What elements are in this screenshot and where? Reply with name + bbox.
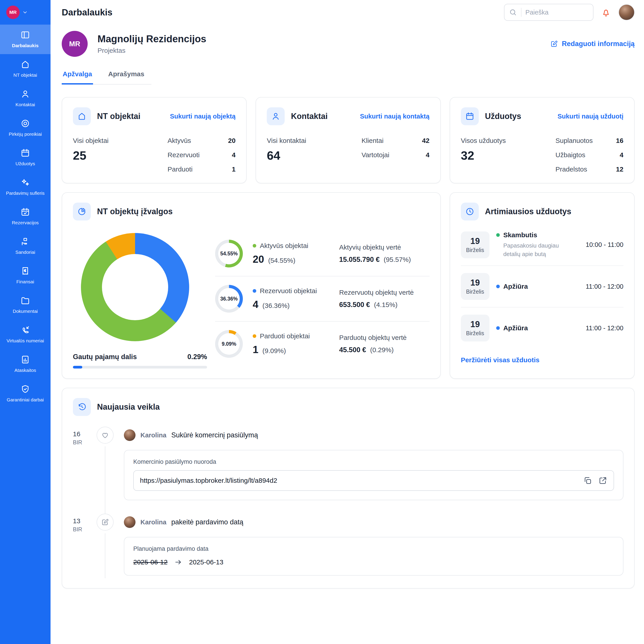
arrow-right-icon xyxy=(174,558,182,566)
insight-row-reserved: 36.36% Rezervuoti objektai 4 (36.36%) xyxy=(215,276,430,321)
sidebar-item-ataskaitos[interactable]: Ataskaitos xyxy=(0,349,51,379)
sparkles-icon xyxy=(20,178,30,187)
stat-card-kontaktai: Kontaktai Sukurti naują kontaktą Visi ko… xyxy=(256,97,441,183)
activity-title: Naujausia veikla xyxy=(97,402,160,412)
edit-icon xyxy=(550,40,558,48)
main-content: MR Magnolijų Rezidencijos Projektas Reda… xyxy=(51,25,644,614)
sidebar-item-garantiniai-darbai[interactable]: Garantiniai darbai xyxy=(0,379,51,408)
sidebar-item-pardavimu-sufleris[interactable]: Pardavimų sufleris xyxy=(0,172,51,202)
timeline-connector xyxy=(105,533,105,578)
stat-card-nt-objektai: NT objektai Sukurti naują objektą Visi o… xyxy=(62,97,247,183)
history-icon xyxy=(77,402,87,412)
income-progress-fill xyxy=(73,366,82,369)
dashboard-icon xyxy=(20,30,30,40)
user-chip xyxy=(267,107,285,125)
income-share-value: 0.29% xyxy=(187,353,207,361)
search-box[interactable] xyxy=(504,4,593,21)
sidebar-item-kontaktai[interactable]: Kontaktai xyxy=(0,84,51,113)
view-all-tasks-link[interactable]: Peržiūrėti visas užduotis xyxy=(461,356,623,364)
calendar-check-icon xyxy=(20,207,30,217)
workspace-avatar[interactable]: MR xyxy=(6,6,20,19)
home-chip xyxy=(73,107,91,125)
calendar-icon xyxy=(20,148,30,158)
create-object-link[interactable]: Sukurti naują objektą xyxy=(170,113,235,120)
external-link-icon[interactable] xyxy=(598,476,607,485)
total-value: 64 xyxy=(267,148,306,162)
total-value: 32 xyxy=(461,148,506,162)
task-item-apziura-1[interactable]: 19 Birželis Apžiūra 11:00 - 12:00 xyxy=(461,265,623,307)
total-label: Visi objektai xyxy=(73,137,109,144)
sidebar-item-virtualus-numeriai[interactable]: Virtualūs numeriai xyxy=(0,320,51,349)
actor-avatar xyxy=(124,429,136,441)
task-date: 19 Birželis xyxy=(461,273,489,300)
home-icon xyxy=(77,112,87,121)
stat-row: Parduoti 1 xyxy=(167,165,235,173)
sidebar-item-sandoriai[interactable]: Sandoriai xyxy=(0,231,51,261)
sidebar-item-darbalaukis[interactable]: Darbalaukis xyxy=(0,25,51,54)
activity-action: Sukūrė komercinį pasiūlymą xyxy=(171,431,258,439)
task-status-dot xyxy=(496,285,500,288)
task-date: 19 Birželis xyxy=(461,315,489,341)
user-icon xyxy=(271,112,280,121)
receipt-euro-icon xyxy=(20,266,30,276)
task-item-apziura-2[interactable]: 19 Birželis Apžiūra 11:00 - 12:00 xyxy=(461,307,623,349)
user-avatar[interactable] xyxy=(619,4,635,20)
activity-marker xyxy=(97,427,114,444)
tab-apzvalga[interactable]: Apžvalga xyxy=(62,70,93,85)
sidebar-item-rezervacijos[interactable]: Rezervacijos xyxy=(0,202,51,231)
notifications-bell-icon[interactable] xyxy=(601,7,611,17)
project-name: Magnolijų Rezidencijos xyxy=(97,33,206,44)
timeline-connector xyxy=(105,446,105,514)
clock-icon xyxy=(465,207,475,216)
stat-card-uzduotys: Užduotys Sukurti naują užduotį Visos užd… xyxy=(450,97,635,183)
phone-incoming-icon xyxy=(20,325,30,335)
sidebar-item-uzduotys[interactable]: Užduotys xyxy=(0,143,51,172)
insight-row-sold: 9.09% Parduoti objektai 1 (9.09%) xyxy=(215,321,430,366)
home-icon xyxy=(20,59,30,69)
task-status-dot xyxy=(496,326,500,330)
create-contact-link[interactable]: Sukurti naują kontaktą xyxy=(360,113,430,120)
actor-avatar xyxy=(124,516,136,528)
stat-row: Suplanuotos 16 xyxy=(555,137,623,144)
sidebar-item-pirkeju-poreikiai[interactable]: Pirkėjų poreikiai xyxy=(0,113,51,143)
sale-date-box: Planuojama pardavimo data 2025-06-12 202… xyxy=(124,537,623,576)
deal-icon xyxy=(20,237,30,246)
total-label: Visi kontaktai xyxy=(267,137,306,144)
upcoming-tasks-card: Artimiausios užduotys 19 Birželis Skambu… xyxy=(450,192,635,379)
heart-icon xyxy=(101,431,109,439)
stat-row: Užbaigtos 4 xyxy=(555,151,623,159)
workspace-switcher[interactable]: MR xyxy=(0,0,51,25)
search-input[interactable] xyxy=(525,9,589,16)
actor-name: Karolina xyxy=(140,519,166,526)
report-icon xyxy=(20,355,30,364)
stat-row: Aktyvūs 20 xyxy=(167,137,235,144)
sidebar-item-dokumentai[interactable]: Dokumentai xyxy=(0,290,51,320)
stat-row: Pradelstos 12 xyxy=(555,165,623,173)
activity-marker xyxy=(97,514,114,531)
actor-name: Karolina xyxy=(140,432,166,439)
calendar-icon xyxy=(465,112,475,121)
search-icon xyxy=(509,8,517,16)
sidebar-item-finansai[interactable]: Finansai xyxy=(0,261,51,290)
activity-date: 13 BIR xyxy=(73,514,93,578)
recent-activity-card: Naujausia veikla 16 BIR xyxy=(62,388,635,589)
total-label: Visos užduotys xyxy=(461,137,506,144)
sold-dot xyxy=(253,334,256,338)
sold-pct-ring: 9.09% xyxy=(215,330,243,358)
edit-info-link[interactable]: Redaguoti informaciją xyxy=(550,40,635,48)
target-icon xyxy=(20,119,30,128)
offer-url[interactable]: https://pasiulymas.topbroker.lt/listing/… xyxy=(140,477,577,484)
sidebar-item-nt-objektai[interactable]: NT objektai xyxy=(0,54,51,84)
offer-link-box: Komercinio pasiūlymo nuoroda https://pas… xyxy=(124,450,623,500)
create-task-link[interactable]: Sukurti naują užduotį xyxy=(557,113,623,120)
task-item-skambutis[interactable]: 19 Birželis Skambutis Papasakosiu daugia… xyxy=(461,224,623,265)
active-pct-ring: 54.55% xyxy=(215,240,243,267)
offer-url-field[interactable]: https://pasiulymas.topbroker.lt/listing/… xyxy=(133,470,614,491)
card-title: Kontaktai xyxy=(291,112,328,121)
income-progress-bar xyxy=(73,366,207,369)
copy-icon[interactable] xyxy=(583,476,592,485)
total-value: 25 xyxy=(73,148,109,162)
user-icon xyxy=(20,89,30,99)
tab-aprasymas[interactable]: Aprašymas xyxy=(107,70,145,84)
task-status-dot xyxy=(496,233,500,237)
